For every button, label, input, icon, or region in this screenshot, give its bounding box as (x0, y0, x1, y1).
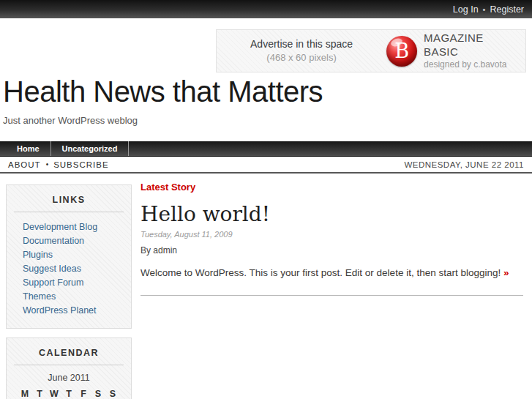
login-link[interactable]: Log In (453, 4, 479, 15)
calendar-widget-title: CALENDAR (14, 348, 124, 365)
calendar-month-caption: June 2011 (7, 373, 131, 383)
calendar-weekday: T (61, 387, 76, 399)
list-item: Documentation (23, 234, 131, 247)
list-item: WordPress Planet (23, 303, 131, 317)
links-list: Development Blog Documentation Plugins S… (7, 220, 131, 317)
link-development-blog[interactable]: Development Blog (23, 222, 97, 232)
advertise-text: Advertise in this space (250, 37, 353, 51)
sidebar: LINKS Development Blog Documentation Plu… (6, 184, 132, 399)
brand-text: MAGAZINE BASIC designed by c.bavota (424, 31, 521, 70)
list-item: Plugins (23, 247, 131, 261)
content-area: LINKS Development Blog Documentation Plu… (0, 174, 532, 296)
magazine-basic-logo-icon: B (386, 36, 417, 67)
site-tagline: Just another WordPress weblog (3, 115, 138, 126)
link-plugins[interactable]: Plugins (23, 250, 53, 260)
sub-nav-links: ABOUT • SUBSCRIBE (8, 160, 109, 169)
sub-nav: ABOUT • SUBSCRIBE WEDNESDAY, JUNE 22 201… (0, 157, 532, 174)
post-title-link[interactable]: Hello world! (141, 202, 270, 226)
subnav-item-subscribe[interactable]: SUBSCRIBE (53, 160, 108, 169)
link-documentation[interactable]: Documentation (23, 236, 84, 246)
calendar-weekday: S (91, 387, 105, 399)
link-themes[interactable]: Themes (23, 291, 56, 302)
latest-story-label: Latest Story (141, 182, 523, 193)
calendar-table: M T W T F S S 1 2 3 4 5 (18, 387, 120, 399)
topbar-separator: • (483, 5, 486, 14)
subnav-item-about[interactable]: ABOUT (8, 160, 41, 169)
register-link[interactable]: Register (490, 4, 524, 15)
calendar-widget: CALENDAR June 2011 M T W T F S S 1 2 3 (6, 338, 132, 399)
post-excerpt: Welcome to WordPress. This is your first… (141, 267, 523, 278)
link-suggest-ideas[interactable]: Suggest Ideas (23, 264, 81, 274)
list-item: Themes (23, 289, 131, 303)
header: Advertise in this space (468 x 60 pixels… (0, 18, 532, 141)
advertise-link[interactable]: Advertise in this space (468 x 60 pixels… (217, 37, 386, 64)
brand-byline: designed by c.bavota (424, 59, 521, 70)
list-item: Suggest Ideas (23, 261, 131, 275)
calendar-weekday: W (47, 387, 61, 399)
post-date: Tuesday, August 11, 2009 (141, 230, 523, 239)
calendar-weekday: F (76, 387, 91, 399)
nav-item-uncategorized[interactable]: Uncategorized (51, 141, 130, 156)
link-support-forum[interactable]: Support Forum (23, 277, 83, 288)
calendar-weekday: T (32, 387, 47, 399)
post-byline: By admin (141, 245, 523, 256)
links-widget: LINKS Development Blog Documentation Plu… (6, 184, 132, 329)
link-wordpress-planet[interactable]: WordPress Planet (23, 305, 97, 316)
read-more-link[interactable]: » (503, 267, 509, 278)
links-widget-title: LINKS (14, 195, 124, 212)
nav-item-home[interactable]: Home (6, 141, 51, 156)
topbar: Log In • Register (0, 0, 532, 18)
logo-letter: B (394, 41, 409, 61)
calendar-weekday: S (105, 387, 120, 399)
subnav-separator: • (46, 160, 49, 168)
post-divider (141, 295, 523, 296)
advertise-size-text: (468 x 60 pixels) (266, 51, 336, 64)
calendar-weekday: M (18, 387, 32, 399)
main-content: Latest Story Hello world! Tuesday, Augus… (141, 174, 523, 296)
list-item: Development Blog (23, 220, 131, 234)
brand-name: MAGAZINE BASIC (424, 31, 521, 59)
site-title[interactable]: Health News that Matters (3, 75, 323, 108)
calendar-weekday-row: M T W T F S S (18, 387, 120, 399)
current-date: WEDNESDAY, JUNE 22 2011 (404, 160, 524, 169)
ad-banner: Advertise in this space (468 x 60 pixels… (216, 29, 526, 72)
theme-brand-link[interactable]: B MAGAZINE BASIC designed by c.bavota (386, 31, 525, 70)
list-item: Support Forum (23, 275, 131, 289)
main-nav: Home Uncategorized (0, 141, 532, 157)
post-title: Hello world! (141, 202, 523, 226)
post-excerpt-text: Welcome to WordPress. This is your first… (141, 267, 501, 278)
